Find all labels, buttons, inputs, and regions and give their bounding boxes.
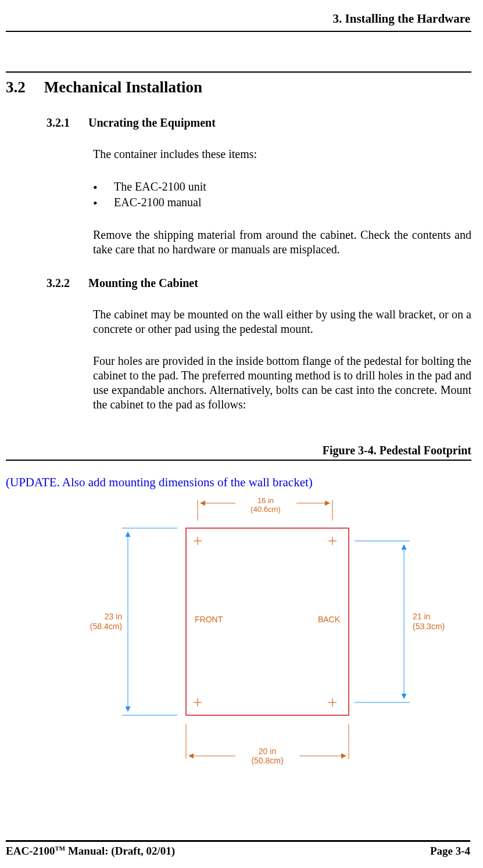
manual-ref-suffix: Manual: (Draft, 02/01) (65, 845, 175, 857)
right-dim-in: 21 in (413, 612, 430, 621)
left-dim-cm: (58.4cm) (90, 622, 122, 631)
right-dim-cm: (53.3cm) (413, 622, 445, 631)
top-dim-cm: (40.6cm) (251, 505, 280, 514)
paragraph: Remove the shipping material from around… (6, 228, 471, 257)
subsection-title: Mounting the Cabinet (88, 277, 198, 290)
top-dim-in: 16 in (257, 496, 274, 505)
subsection-number: 3.2.2 (46, 277, 70, 290)
subsection-title: Uncrating the Equipment (88, 116, 216, 130)
bottom-dim-cm: (50.8cm) (251, 756, 283, 765)
subsection-3-2-1: 3.2.1 Uncrating the Equipment (6, 116, 471, 130)
bottom-dim-in: 20 in (259, 747, 276, 756)
trademark-symbol: TM (55, 845, 65, 852)
figure-title: Figure 3-4. Pedestal Footprint (6, 444, 471, 460)
page-number: Page 3-4 (430, 845, 470, 858)
list-item-text: The EAC-2100 unit (114, 180, 206, 193)
manual-ref-prefix: EAC-2100 (6, 845, 55, 857)
subsection-number: 3.2.1 (46, 116, 70, 130)
left-dim-in: 23 in (105, 612, 122, 621)
section-number: 3.2 (6, 78, 26, 96)
chapter-title: 3. Installing the Hardware (333, 12, 470, 26)
list-item-text: EAC-2100 manual (114, 196, 202, 209)
paragraph: Four holes are provided in the inside bo… (6, 354, 471, 412)
update-note: (UPDATE. Also add mounting dimensions of… (6, 475, 471, 490)
section-heading: 3.2 Mechanical Installation (6, 71, 471, 96)
subsection-3-2-2: 3.2.2 Mounting the Cabinet (6, 277, 471, 290)
chapter-header: 3. Installing the Hardware (6, 12, 471, 32)
pedestal-footprint-diagram: 16 in (40.6cm) 23 in (58.4cm) 21 in (53.… (6, 492, 465, 794)
paragraph: The cabinet may be mounted on the wall e… (6, 307, 471, 336)
list-item: EAC-2100 manual (93, 195, 471, 210)
list-item: The EAC-2100 unit (93, 179, 471, 195)
intro-paragraph: The container includes these items: (6, 147, 471, 162)
manual-reference: EAC-2100TM Manual: (Draft, 02/01) (6, 845, 175, 858)
page-footer: EAC-2100TM Manual: (Draft, 02/01) Page 3… (6, 840, 470, 858)
items-list: The EAC-2100 unit EAC-2100 manual (6, 179, 471, 210)
section-title: Mechanical Installation (44, 78, 202, 96)
back-label: BACK (318, 615, 341, 624)
figure-title-container: Figure 3-4. Pedestal Footprint (6, 444, 471, 461)
front-label: FRONT (195, 615, 223, 624)
